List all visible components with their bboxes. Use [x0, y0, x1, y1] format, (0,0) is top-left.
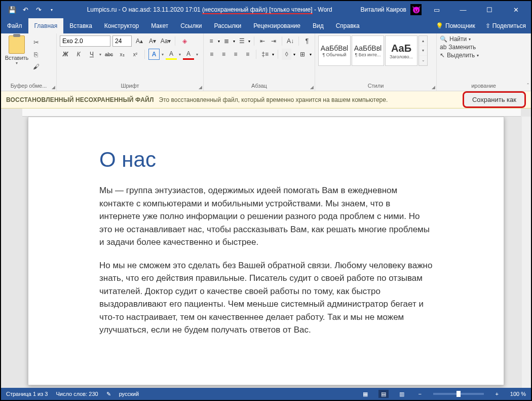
show-marks-icon[interactable]: ¶: [302, 35, 312, 47]
shrink-font-icon[interactable]: A▾: [147, 35, 158, 47]
replace-button[interactable]: abЗаменить: [440, 44, 527, 51]
share-icon: ⇧: [485, 22, 490, 29]
zoom-in-icon[interactable]: +: [492, 390, 502, 398]
styles-nav[interactable]: ▴ ▾ ⌄: [419, 35, 428, 66]
ribbon-display-button[interactable]: ▭: [426, 3, 448, 17]
clipboard-group-label: Буфер обме...: [4, 82, 53, 90]
title-highlight: (несохраненный файл) [только чтение]: [202, 6, 313, 14]
align-center-icon[interactable]: ≡: [219, 49, 229, 60]
redo-icon[interactable]: ↷: [33, 5, 44, 15]
italic-button[interactable]: К: [73, 49, 84, 60]
proofing-icon[interactable]: ✎: [106, 391, 111, 397]
numbering-icon[interactable]: ≣: [222, 35, 231, 47]
shading-icon[interactable]: ◊: [282, 49, 292, 60]
copy-icon[interactable]: ⎘: [31, 50, 41, 59]
borders-icon[interactable]: ⊞: [297, 49, 308, 60]
tab-mailings[interactable]: Рассылки: [208, 18, 247, 33]
zoom-level[interactable]: 100 %: [510, 391, 526, 397]
find-icon: 🔍: [440, 35, 447, 43]
tell-me-button[interactable]: 💡Помощник: [431, 22, 480, 29]
status-language[interactable]: русский: [119, 391, 139, 397]
style-name: Заголово...: [390, 54, 413, 59]
bold-button[interactable]: Ж: [60, 49, 71, 60]
highlight-icon[interactable]: A: [166, 49, 177, 60]
line-spacing-icon[interactable]: ‡≡: [260, 49, 270, 60]
document-page[interactable]: О нас Мы — группа энтузиастов, одержимых…: [28, 117, 504, 385]
qat-dropdown-icon[interactable]: ▾: [47, 5, 57, 15]
tab-file[interactable]: Файл: [1, 18, 28, 33]
align-right-icon[interactable]: ≡: [231, 49, 241, 60]
font-color-icon[interactable]: A: [183, 49, 194, 60]
paragraph-launcher-icon[interactable]: ◢: [310, 85, 314, 90]
font-launcher-icon[interactable]: ◢: [199, 85, 202, 90]
sort-icon[interactable]: A↓: [286, 35, 295, 47]
ribbon-tabs: Файл Главная Вставка Конструктор Макет С…: [1, 18, 531, 33]
style-name: ¶ Без инте...: [355, 52, 381, 57]
web-layout-icon[interactable]: ▥: [397, 390, 407, 398]
style-no-spacing[interactable]: АаБбВвl ¶ Без инте...: [352, 35, 384, 66]
subscript-button[interactable]: x₂: [117, 49, 128, 60]
style-heading1[interactable]: АаБ Заголово...: [385, 35, 417, 66]
window-title: Lumpics.ru - О нас.asd: 13.11.2020 17:01…: [61, 6, 358, 13]
styles-down-icon[interactable]: ▾: [419, 46, 427, 55]
print-layout-icon[interactable]: ▤: [378, 390, 389, 398]
strikethrough-button[interactable]: abc: [103, 49, 115, 60]
title-post: - Word: [313, 6, 332, 13]
vertical-scrollbar[interactable]: [522, 117, 531, 392]
tab-view[interactable]: Вид: [307, 18, 330, 33]
superscript-button[interactable]: x²: [130, 49, 141, 60]
paste-button[interactable]: Вставить ▾: [4, 35, 29, 65]
group-font: A▴ A▾ Aa▾ ◈ Ж К Ч ▾ abc x₂ x² A ▾ A ▾ A: [57, 33, 204, 91]
font-name-select[interactable]: [60, 35, 110, 47]
clear-formatting-icon[interactable]: ◈: [179, 35, 190, 47]
multilevel-icon[interactable]: ☰: [237, 35, 246, 47]
undo-icon[interactable]: ↶: [20, 5, 30, 15]
close-button[interactable]: ✕: [505, 3, 527, 17]
save-icon[interactable]: 💾: [7, 5, 17, 15]
decrease-indent-icon[interactable]: ⇤: [258, 35, 267, 47]
format-painter-icon[interactable]: 🖌: [31, 62, 41, 71]
tab-references[interactable]: Ссылки: [174, 18, 208, 33]
lightbulb-icon: 💡: [436, 22, 443, 29]
underline-button[interactable]: Ч: [86, 49, 97, 60]
title-bar: 💾 ↶ ↷ ▾ Lumpics.ru - О нас.asd: 13.11.20…: [1, 1, 531, 18]
maximize-button[interactable]: ☐: [478, 3, 501, 17]
tab-insert[interactable]: Вставка: [63, 18, 98, 33]
styles-launcher-icon[interactable]: ◢: [432, 85, 435, 90]
editing-group-label: ирование: [440, 82, 527, 90]
grow-font-icon[interactable]: A▴: [134, 35, 145, 47]
style-preview: АаБ: [391, 43, 411, 54]
minimize-button[interactable]: —: [452, 3, 474, 17]
share-button[interactable]: ⇧Поделиться: [480, 22, 531, 29]
horizontal-ruler[interactable]: [22, 108, 521, 117]
font-size-select[interactable]: [112, 35, 132, 47]
tab-home[interactable]: Главная: [28, 18, 64, 33]
text-effects-icon[interactable]: A: [148, 49, 160, 60]
styles-more-icon[interactable]: ⌄: [419, 56, 427, 65]
clipboard-launcher-icon[interactable]: ◢: [52, 85, 55, 90]
doc-paragraph: Мы — группа энтузиастов, одержимых идеей…: [99, 184, 433, 249]
zoom-slider[interactable]: [433, 393, 484, 395]
tab-review[interactable]: Рецензирование: [247, 18, 307, 33]
user-avatar[interactable]: 😈: [410, 4, 422, 15]
find-button[interactable]: 🔍Найти ▾: [440, 35, 527, 43]
zoom-out-icon[interactable]: −: [415, 390, 425, 398]
save-as-button[interactable]: Сохранить как: [463, 91, 526, 108]
justify-icon[interactable]: ≡: [243, 49, 253, 60]
style-normal[interactable]: АаБбВвl ¶ Обычный: [318, 35, 351, 66]
styles-up-icon[interactable]: ▴: [419, 36, 427, 46]
align-left-icon[interactable]: ≡: [207, 49, 217, 60]
ribbon: Вставить ▾ ✂ ⎘ 🖌 Буфер обме... ◢ A▴ A▾ A…: [1, 33, 531, 91]
status-page[interactable]: Страница 1 из 3: [6, 391, 48, 397]
cut-icon[interactable]: ✂: [31, 38, 41, 47]
status-words[interactable]: Число слов: 230: [56, 391, 98, 397]
bullets-icon[interactable]: ≡: [207, 35, 216, 47]
read-mode-icon[interactable]: ▦: [360, 390, 370, 398]
tab-layout[interactable]: Макет: [145, 18, 174, 33]
collapse-ribbon-icon[interactable]: ˆ: [527, 83, 529, 89]
select-button[interactable]: ↖Выделить ▾: [440, 52, 527, 59]
tab-design[interactable]: Конструктор: [98, 18, 145, 33]
tab-help[interactable]: Справка: [330, 18, 366, 33]
increase-indent-icon[interactable]: ⇥: [269, 35, 278, 47]
change-case-icon[interactable]: Aa▾: [160, 35, 171, 47]
